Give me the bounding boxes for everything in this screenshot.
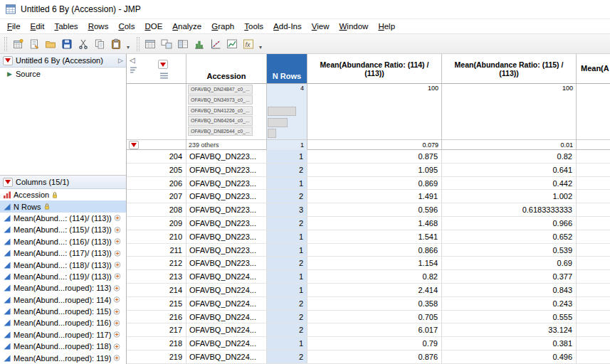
mean-115-cell[interactable]: 0.652 [442, 230, 577, 243]
column-item-mean-abund-rouped-118[interactable]: Mean(Abund...rouped): 118) [0, 341, 126, 352]
mean-114-cell[interactable]: 6.017 [307, 323, 442, 336]
nrows-cell[interactable]: 2 [267, 350, 307, 363]
row-number-cell[interactable]: 219 [127, 350, 186, 363]
overflow-cell[interactable] [577, 150, 610, 163]
column-item-mean-abund-rouped-113[interactable]: Mean(Abund...rouped): 113) [0, 282, 126, 294]
accession-cell[interactable]: OFAVBQ_DN224... [186, 350, 267, 363]
column-item-mean-abund-117-113[interactable]: Mean(Abund...: (117)/ (113)) [0, 247, 126, 259]
graph-builder-button[interactable] [224, 36, 240, 52]
mean-114-cell[interactable]: 0.875 [307, 150, 442, 163]
new-data-table-button[interactable] [10, 36, 26, 52]
accession-cell[interactable]: OFAVBQ_DN224... [186, 270, 267, 283]
cut-button[interactable] [75, 36, 91, 52]
menu-item-graph[interactable]: Graph [206, 19, 239, 33]
mean-114-cell[interactable]: 0.705 [307, 311, 442, 323]
source-item[interactable]: ▶ Source [0, 68, 126, 78]
mean-114-cell[interactable]: 1.154 [307, 257, 442, 269]
menu-item-tables[interactable]: Tables [49, 19, 83, 33]
mean-114-cell[interactable]: 0.79 [307, 337, 442, 350]
save-button[interactable] [59, 36, 75, 52]
mean-114-cell[interactable]: 2.414 [307, 284, 442, 296]
accession-cell[interactable]: OFAVBQ_DN223... [186, 257, 267, 269]
copy-button[interactable] [92, 36, 107, 52]
join-tables-button[interactable] [159, 36, 174, 52]
mean-115-cell[interactable]: 0.69 [442, 257, 577, 269]
mean-114-cell[interactable]: 1.541 [307, 230, 442, 243]
menu-item-rows[interactable]: Rows [83, 19, 114, 33]
row-number-cell[interactable]: 212 [127, 257, 186, 269]
row-number-cell[interactable]: 209 [127, 217, 186, 230]
mean-114-cell[interactable]: 0.876 [307, 350, 442, 363]
accession-cell[interactable]: OFAVBQ_DN224... [186, 284, 267, 296]
accession-value-chip[interactable]: OFAVBQ_DN24847_c0_... [188, 85, 253, 95]
fit-y-by-x-button[interactable] [208, 36, 224, 52]
accession-cell[interactable]: OFAVBQ_DN223... [186, 203, 267, 216]
row-number-cell[interactable]: 214 [127, 284, 186, 296]
column-item-mean-abund-118-113[interactable]: Mean(Abund...: (118)/ (113)) [0, 259, 126, 270]
nrows-cell[interactable]: 2 [267, 297, 307, 310]
overflow-cell[interactable] [577, 190, 610, 203]
column-item-mean-abund-115-113[interactable]: Mean(Abund...: (115)/ (113)) [0, 224, 126, 235]
column-item-mean-abund-rouped-116[interactable]: Mean(Abund...rouped): 116) [0, 317, 126, 328]
nrows-cell[interactable]: 2 [267, 257, 307, 269]
nrows-cell[interactable]: 1 [267, 244, 307, 257]
nrows-cell[interactable]: 3 [267, 203, 307, 216]
overflow-cell[interactable] [577, 230, 610, 243]
row-number-cell[interactable]: 210 [127, 230, 186, 243]
mean-115-cell[interactable]: 0.966 [442, 217, 577, 230]
header-graph-icon[interactable] [130, 66, 137, 74]
row-number-cell[interactable]: 208 [127, 203, 186, 216]
accession-value-chip[interactable]: OFAVBQ_DN64264_c0_... [188, 116, 253, 126]
column-item-mean-abund-114-113[interactable]: Mean(Abund...: (114)/ (113)) [0, 213, 126, 224]
nrows-cell[interactable]: 1 [267, 284, 307, 296]
data-table-button[interactable] [142, 36, 158, 52]
row-number-cell[interactable]: 206 [127, 177, 186, 190]
histogram-bar[interactable] [268, 107, 296, 116]
row-number-cell[interactable]: 213 [127, 270, 186, 283]
column-header-mean-114[interactable]: Mean(Abundance Ratio: (114) / (113)) [307, 54, 442, 83]
nrows-cell[interactable]: 1 [267, 150, 307, 163]
column-item-mean-abund-rouped-115[interactable]: Mean(Abund...rouped): 115) [0, 306, 126, 317]
table-red-triangle-menu[interactable] [3, 56, 13, 65]
column-header-partial[interactable]: Mean(A [577, 54, 610, 83]
mean-115-cell[interactable]: 0.496 [442, 350, 577, 363]
accession-cell[interactable]: OFAVBQ_DN224... [186, 311, 267, 323]
row-number-cell[interactable]: 211 [127, 244, 186, 257]
others-red-triangle-menu[interactable] [129, 141, 139, 149]
accession-value-chip[interactable]: OFAVBQ_DN41226_c0_... [188, 106, 253, 116]
nrows-cell[interactable]: 1 [267, 337, 307, 350]
mean-114-cell[interactable]: 1.468 [307, 217, 442, 230]
mean-114-cell[interactable]: 1.095 [307, 164, 442, 176]
overflow-cell[interactable] [577, 350, 610, 363]
column-item-mean-abund-rouped-119[interactable]: Mean(Abund...rouped): 119) [0, 352, 126, 363]
accession-cell[interactable]: OFAVBQ_DN224... [186, 323, 267, 336]
toolbar-overflow-button[interactable]: ▾ [256, 36, 265, 52]
menu-item-file[interactable]: File [2, 19, 26, 33]
overflow-cell[interactable] [577, 257, 610, 269]
column-item-mean-abund-rouped-117[interactable]: Mean(Abund...rouped): 117) [0, 329, 126, 341]
overflow-cell[interactable] [577, 164, 610, 176]
paste-button[interactable] [108, 36, 124, 52]
columns-red-triangle-menu[interactable] [3, 178, 13, 187]
histogram-bar[interactable] [268, 129, 276, 138]
column-item-n-rows[interactable]: N Rows [0, 200, 126, 212]
menu-item-help[interactable]: Help [373, 19, 400, 33]
column-item-accession[interactable]: Accession [0, 189, 126, 200]
overflow-cell[interactable] [577, 177, 610, 190]
collapse-panel-icon[interactable]: ◁ [130, 56, 135, 64]
menu-item-cols[interactable]: Cols [113, 19, 140, 33]
mean-115-cell[interactable]: 0.381 [442, 337, 577, 350]
overflow-cell[interactable] [577, 311, 610, 323]
rows-red-triangle-menu[interactable] [158, 60, 168, 69]
nrows-cell[interactable]: 2 [267, 164, 307, 176]
mean-115-cell[interactable]: 0.243 [442, 297, 577, 310]
accession-cell[interactable]: OFAVBQ_DN223... [186, 164, 267, 176]
mean-114-cell[interactable]: 0.866 [307, 244, 442, 257]
row-state-icon[interactable] [159, 72, 169, 80]
row-number-cell[interactable]: 204 [127, 150, 186, 163]
column-item-mean-abund-119-113[interactable]: Mean(Abund...: (119)/ (113)) [0, 271, 126, 282]
menu-item-edit[interactable]: Edit [26, 19, 50, 33]
overflow-cell[interactable] [577, 284, 610, 296]
mean-114-cell[interactable]: 0.596 [307, 203, 442, 216]
overflow-cell[interactable] [577, 337, 610, 350]
